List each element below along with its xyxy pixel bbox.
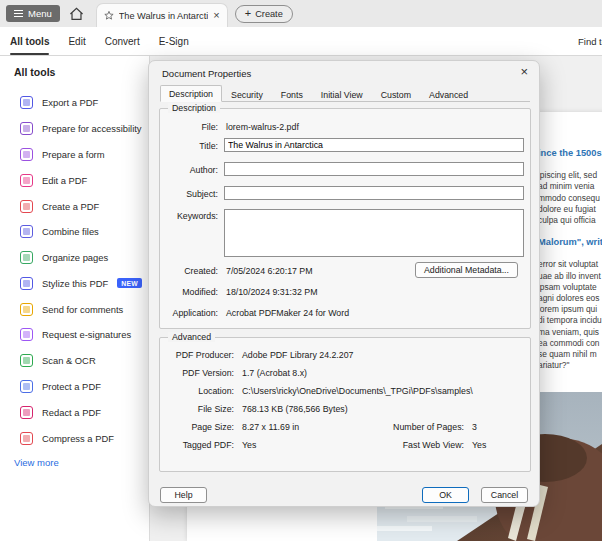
create-button[interactable]: + Create	[235, 5, 293, 23]
tool-icon	[20, 328, 33, 341]
sidebar-item-compress-pdf[interactable]: Compress a PDF	[0, 425, 149, 451]
created-value: 7/05/2024 6:20:17 PM	[226, 266, 313, 276]
ok-button[interactable]: OK	[422, 487, 469, 503]
modified-value: 18/10/2024 9:31:32 PM	[226, 287, 317, 297]
subject-input[interactable]	[224, 186, 524, 200]
advanced-row-label: File Size:	[160, 404, 234, 414]
sidebar-item-label: Send for comments	[42, 304, 123, 315]
advanced-legend: Advanced	[168, 332, 215, 342]
sidebar-item-label: Prepare for accessibility	[42, 123, 142, 134]
sidebar-item-redact-pdf[interactable]: Redact a PDF	[0, 399, 149, 425]
document-text-fragment: di tempora incidu	[538, 315, 602, 326]
keywords-input[interactable]	[224, 209, 524, 257]
cancel-button[interactable]: Cancel	[481, 487, 528, 503]
document-text-fragment: ma veniam, quis	[538, 327, 602, 338]
document-text-fragment: se quam nihil m	[538, 349, 602, 360]
dialog-tab-security[interactable]: Security	[222, 87, 272, 102]
toolbar-tab-all-tools[interactable]: All tools	[10, 27, 49, 55]
home-button[interactable]	[69, 7, 84, 21]
file-label: File:	[162, 122, 218, 132]
advanced-row-label: Page Size:	[160, 422, 234, 432]
sidebar-item-request-esignatures[interactable]: Request e-signatures	[0, 322, 149, 348]
document-text-fragment: uae ab illo invent	[538, 271, 602, 282]
document-text-fragment: ipiscing elit, sed	[538, 170, 602, 181]
document-text-fragment: ipsam voluptate	[538, 282, 602, 293]
advanced-row-value: 8.27 x 11.69 in	[242, 422, 299, 432]
sidebar-item-edit-pdf[interactable]: Edit a PDF	[0, 167, 149, 193]
tab-close-icon[interactable]: ×	[213, 10, 219, 21]
dialog-tab-custom[interactable]: Custom	[372, 87, 420, 102]
tool-icon	[20, 96, 33, 109]
advanced-row-value: 1.7 (Acrobat 8.x)	[242, 368, 307, 378]
advanced-row-value: 3	[472, 422, 477, 432]
document-tab[interactable]: The Walrus in Antarctica ×	[96, 3, 228, 27]
toolbar-tab-convert[interactable]: Convert	[105, 27, 140, 55]
advanced-row: Fast Web View: Yes	[382, 440, 530, 450]
tool-icon	[20, 303, 33, 316]
tool-icon	[20, 251, 33, 264]
tool-icon	[20, 200, 33, 213]
sidebar-item-scan-ocr[interactable]: Scan & OCR	[0, 348, 149, 374]
advanced-row-value: Yes	[472, 440, 486, 450]
menu-button-label: Menu	[28, 8, 52, 19]
dialog-tab-initial-view[interactable]: Initial View	[312, 87, 372, 102]
dialog-tab-description[interactable]: Description	[160, 85, 222, 102]
document-text-fragment: lorem ipsum qui	[538, 304, 602, 315]
created-label: Created:	[162, 266, 218, 276]
additional-metadata-button[interactable]: Additional Metadata...	[415, 262, 518, 278]
sidebar-item-label: Edit a PDF	[42, 175, 87, 186]
sidebar-item-label: Compress a PDF	[42, 433, 114, 444]
advanced-row-label: Fast Web View:	[382, 440, 464, 450]
sidebar-item-prepare-form[interactable]: Prepare a form	[0, 142, 149, 168]
document-text-fragment: ad minim venia	[538, 181, 602, 192]
sidebar-item-protect-pdf[interactable]: Protect a PDF	[0, 374, 149, 400]
star-icon[interactable]	[104, 10, 114, 21]
menu-button[interactable]: Menu	[6, 5, 60, 22]
dialog-tab-fonts[interactable]: Fonts	[272, 87, 312, 102]
advanced-row-value: Adobe PDF Library 24.2.207	[242, 350, 354, 360]
sidebar-item-label: Redact a PDF	[42, 407, 101, 418]
description-legend: Description	[168, 103, 220, 113]
sidebar-item-organize-pages[interactable]: Organize pages	[0, 245, 149, 271]
document-text-fragment: ea commodi con	[538, 338, 602, 349]
author-input[interactable]	[224, 162, 524, 176]
advanced-row-label: Location:	[160, 386, 234, 396]
help-button[interactable]: Help	[160, 487, 207, 503]
file-value: lorem-walrus-2.pdf	[226, 122, 299, 132]
sidebar-item-export-pdf[interactable]: Export a PDF	[0, 90, 149, 116]
sidebar-item-label: Stylize this PDF	[42, 278, 108, 289]
advanced-group: Advanced PDF Producer: Adobe PDF Library…	[159, 337, 531, 472]
modified-label: Modified:	[162, 287, 218, 297]
view-more-link[interactable]: View more	[0, 451, 149, 468]
sidebar-item-create-pdf[interactable]: Create a PDF	[0, 193, 149, 219]
document-text-column: ince the 1500sipiscing elit, sedad minim…	[538, 148, 602, 371]
tool-icon	[20, 225, 33, 238]
tool-icon	[20, 354, 33, 367]
sidebar-item-label: Organize pages	[42, 252, 108, 263]
sidebar-item-label: Prepare a form	[42, 149, 105, 160]
sidebar-item-send-comments[interactable]: Send for comments	[0, 296, 149, 322]
document-properties-dialog: Document Properties × DescriptionSecurit…	[148, 60, 540, 507]
sidebar-item-combine-files[interactable]: Combine files	[0, 219, 149, 245]
toolbar-tab-e-sign[interactable]: E-Sign	[159, 27, 189, 55]
advanced-row-label: PDF Producer:	[160, 350, 234, 360]
tool-icon	[20, 122, 33, 135]
sidebar-item-label: Create a PDF	[42, 201, 99, 212]
tool-icon	[20, 406, 33, 419]
toolbar-tab-edit[interactable]: Edit	[68, 27, 85, 55]
document-text-fragment: culpa qui officia	[538, 215, 602, 226]
document-text-fragment: ariatur?"	[538, 360, 602, 371]
sidebar-item-label: Export a PDF	[42, 97, 98, 108]
title-label: Title:	[162, 141, 218, 151]
document-text-fragment: dolore eu fugiat	[538, 204, 602, 215]
main-toolbar: All toolsEditConvertE-Sign Find te	[0, 27, 602, 56]
title-input[interactable]	[224, 138, 524, 152]
sidebar-item-prepare-accessibility[interactable]: Prepare for accessibility	[0, 116, 149, 142]
document-tab-title: The Walrus in Antarctica	[119, 11, 209, 21]
document-text-fragment: Malorum", writ	[538, 237, 602, 248]
dialog-tab-advanced[interactable]: Advanced	[420, 87, 477, 102]
sidebar-item-stylize-pdf[interactable]: Stylize this PDF NEW	[0, 270, 149, 296]
find-text-label[interactable]: Find te	[578, 36, 602, 47]
sidebar-item-label: Request e-signatures	[42, 329, 131, 340]
dialog-close-icon[interactable]: ×	[520, 64, 528, 79]
